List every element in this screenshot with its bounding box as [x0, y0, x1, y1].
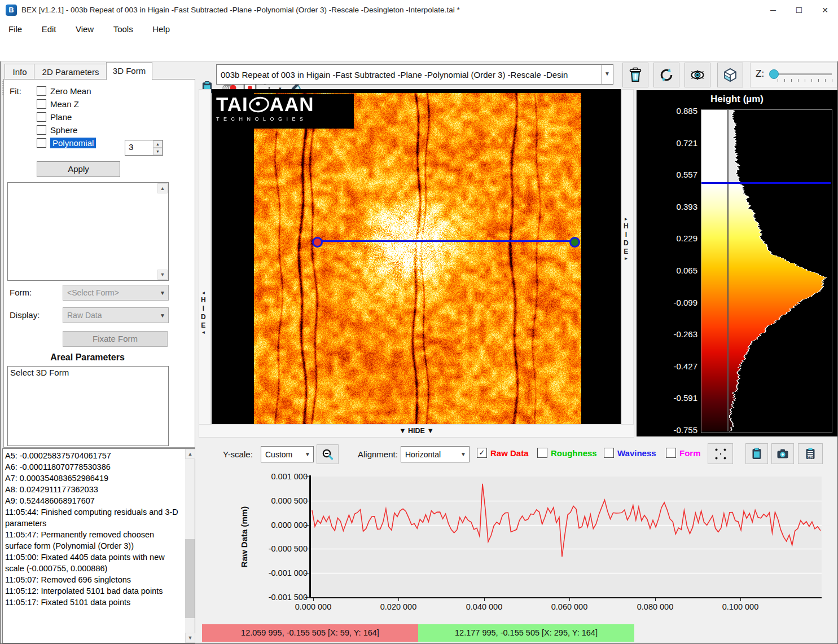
- measurement-line[interactable]: [316, 240, 573, 242]
- z-slider-track[interactable]: [771, 73, 832, 75]
- tab-info[interactable]: Info: [5, 64, 35, 80]
- log-scrollbar[interactable]: ▲ ▼: [185, 449, 195, 643]
- dataset-select[interactable]: 003b Repeat of 003 in Higain -Fast Subtr…: [216, 64, 613, 85]
- status-cursor-right: 12.177 995, -0.155 505 [X: 295, Y: 164]: [418, 624, 634, 642]
- checkbox[interactable]: [37, 125, 46, 135]
- scroll-down-icon[interactable]: ▼: [185, 633, 195, 643]
- surface-heatmap-canvas[interactable]: [254, 93, 581, 424]
- toggle-label: Roughness: [551, 448, 597, 458]
- display-select[interactable]: Raw Data ▼: [63, 307, 169, 323]
- y-tick: -0.000 500: [254, 544, 308, 554]
- menu-file[interactable]: File: [0, 20, 30, 38]
- form-select[interactable]: <Select Form> ▼: [63, 285, 169, 301]
- trash-icon: [628, 67, 643, 83]
- y-tick-mark: [305, 501, 309, 501]
- main-toolbar: ▾ Hot ▼ ▾: [0, 38, 838, 61]
- view-toggle-button[interactable]: [685, 63, 710, 87]
- scroll-down-icon[interactable]: ▼: [157, 270, 168, 280]
- checkbox[interactable]: [604, 448, 614, 458]
- checkbox[interactable]: [666, 448, 676, 458]
- chevron-down-icon[interactable]: ▼: [458, 451, 469, 457]
- alignment-select[interactable]: Horizontal ▼: [401, 446, 470, 462]
- log-listbox[interactable]: A5: -0.000258375704061757 A6: -0.0001180…: [2, 448, 195, 643]
- areal-parameters-title: Areal Parameters: [7, 352, 168, 363]
- copy-profile-button[interactable]: [745, 443, 768, 464]
- checkbox[interactable]: [37, 99, 46, 109]
- z-slider-thumb[interactable]: [769, 69, 779, 79]
- checkbox[interactable]: ✓: [477, 448, 487, 458]
- log-line: A5: -0.000258375704061757: [5, 450, 181, 461]
- menu-edit[interactable]: Edit: [33, 20, 65, 38]
- export-csv-button[interactable]: CSV: [798, 443, 823, 464]
- display-label: Display:: [10, 310, 40, 320]
- minimize-button[interactable]: ─: [760, 0, 786, 20]
- spin-down-icon[interactable]: ▼: [153, 148, 163, 155]
- 3d-view-button[interactable]: [717, 63, 743, 87]
- scrollbar-thumb[interactable]: [185, 539, 195, 618]
- spin-up-icon[interactable]: ▲: [153, 140, 163, 148]
- checkbox[interactable]: [537, 448, 547, 458]
- yscale-select[interactable]: Custom ▼: [261, 446, 314, 462]
- menu-bar: File Edit View Tools Help: [0, 20, 838, 38]
- x-tick: 0.080 000: [621, 602, 689, 611]
- chevron-down-icon[interactable]: ▼: [601, 65, 613, 84]
- height-histogram-frame: [701, 109, 832, 433]
- x-tick: 0.040 000: [450, 602, 518, 611]
- fit-option-mean-z[interactable]: Mean Z: [37, 98, 79, 109]
- chevron-down-icon[interactable]: ▼: [302, 451, 313, 457]
- fixate-form-button[interactable]: Fixate Form: [63, 331, 168, 347]
- hide-left-label: ◄HIDE◄: [201, 290, 206, 335]
- maximize-button[interactable]: ☐: [786, 0, 812, 20]
- hide-bottom-bar[interactable]: ▼ HIDE ▼: [199, 424, 634, 438]
- x-tick-mark: [484, 598, 485, 601]
- x-tick-mark: [313, 598, 314, 601]
- delete-button[interactable]: [622, 63, 648, 87]
- tab-3d-form-label: 3D Form: [113, 66, 146, 76]
- menu-tools[interactable]: Tools: [105, 20, 142, 38]
- fit-results-listbox[interactable]: ▲ ▼: [7, 182, 169, 281]
- close-button[interactable]: ✕: [812, 0, 838, 20]
- menu-help[interactable]: Help: [144, 20, 178, 38]
- toggle-raw-data[interactable]: ✓ Raw Data: [477, 448, 529, 458]
- fit-option-sphere[interactable]: Sphere: [37, 124, 77, 135]
- checkbox[interactable]: [37, 86, 46, 96]
- fit-option-plane[interactable]: Plane: [37, 111, 72, 122]
- checkbox[interactable]: [37, 138, 46, 148]
- tab-3d-form[interactable]: 3D Form: [106, 62, 152, 80]
- hide-right-label: ►HIDE►: [624, 217, 629, 261]
- height-histogram-canvas[interactable]: [701, 110, 831, 431]
- apply-button[interactable]: Apply: [37, 161, 120, 177]
- scroll-up-icon[interactable]: ▲: [157, 183, 168, 193]
- polynomial-order-stepper[interactable]: 3 ▲▼: [125, 140, 163, 156]
- measurement-endpoint-left[interactable]: [312, 237, 323, 248]
- height-tick: 0.393: [641, 201, 697, 213]
- y-tick: 0.001 000: [254, 471, 308, 482]
- z-label: Z:: [756, 68, 764, 80]
- fit-option-polynomial[interactable]: Polynomial: [37, 137, 96, 148]
- window-title: BEX [v1.2.1] - 003b Repeat of 003 in Hig…: [21, 0, 460, 20]
- areal-parameters-listbox[interactable]: Select 3D Form: [7, 366, 169, 446]
- toggle-roughness[interactable]: Roughness: [537, 448, 597, 458]
- title-bar: B BEX [v1.2.1] - 003b Repeat of 003 in H…: [0, 0, 838, 21]
- fit-option-zero-mean[interactable]: Zero Mean: [37, 85, 91, 96]
- zoom-out-button[interactable]: [317, 444, 339, 464]
- hide-right-bar[interactable]: ►HIDE►: [621, 89, 634, 425]
- logo-part1: TAI: [216, 94, 248, 115]
- checkbox[interactable]: [37, 112, 46, 122]
- toggle-label: Waviness: [617, 448, 656, 458]
- profile-snapshot-button[interactable]: [771, 443, 794, 464]
- toggle-form[interactable]: Form: [666, 448, 701, 458]
- toggle-waviness[interactable]: Waviness: [604, 448, 656, 458]
- measurement-endpoint-right[interactable]: [569, 237, 580, 248]
- logo-text: TAIAAN: [216, 94, 354, 115]
- tab-2d-parameters[interactable]: 2D Parameters: [34, 64, 107, 80]
- log-line: A6: -0.000118070778530386: [5, 461, 181, 473]
- profile-plot-canvas[interactable]: [311, 477, 822, 597]
- fit-view-button[interactable]: [708, 443, 733, 464]
- hide-left-bar[interactable]: ◄HIDE◄: [199, 89, 211, 425]
- yscale-label: Y-scale:: [223, 449, 253, 459]
- scroll-up-icon[interactable]: ▲: [185, 449, 195, 459]
- rotate-button[interactable]: [653, 63, 679, 87]
- menu-view[interactable]: View: [67, 20, 102, 38]
- x-tick-mark: [740, 598, 741, 601]
